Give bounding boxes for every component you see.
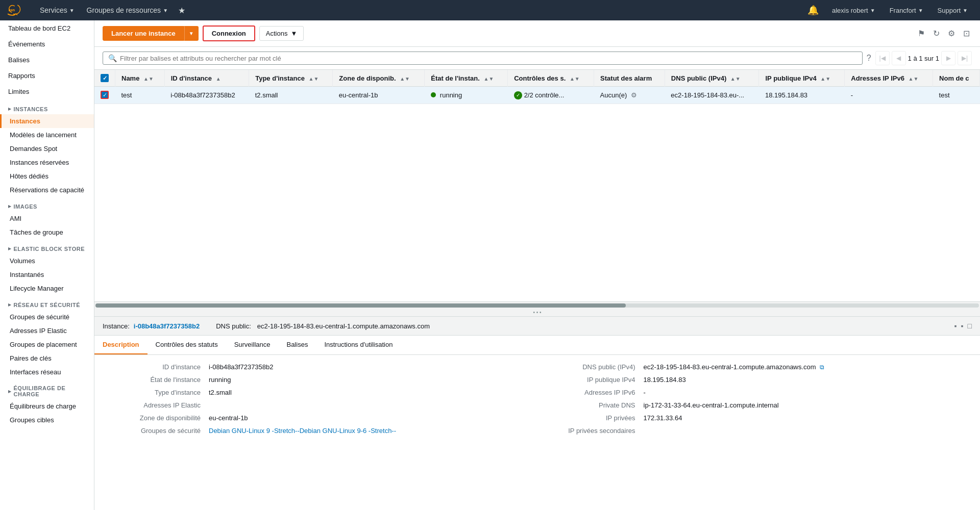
- sidebar-item-tableau-de-bord[interactable]: Tableau de bord EC2: [0, 20, 94, 36]
- row-public-ipv4: 18.195.184.83: [759, 87, 845, 104]
- ipv6-sort-icon: ▲▼: [909, 76, 919, 82]
- row-alarm-status: Aucun(e) ⚙: [594, 87, 665, 104]
- support-menu[interactable]: Support ▼: [932, 0, 974, 20]
- header-status-checks[interactable]: Contrôles des s. ▲▼: [508, 70, 594, 87]
- type-sort-icon: ▲▼: [309, 76, 319, 82]
- header-instance-type[interactable]: Type d'instance ▲▼: [249, 70, 333, 87]
- sidebar-item-ami[interactable]: AMI: [0, 212, 94, 225]
- running-status-dot: [431, 92, 436, 97]
- tab-instructions[interactable]: Instructions d'utilisation: [316, 336, 401, 354]
- sidebar-item-instances-reservees[interactable]: Instances réservées: [0, 156, 94, 169]
- label-public-ipv4: IP publique IPv4: [537, 376, 640, 384]
- sidebar-item-balises[interactable]: Balises: [0, 52, 94, 68]
- sidebar-item-limites[interactable]: Limites: [0, 84, 94, 99]
- main-layout: Tableau de bord EC2 Événements Balises R…: [0, 20, 980, 510]
- horizontal-scrollbar[interactable]: [94, 301, 980, 309]
- header-hostname[interactable]: Nom de c: [933, 70, 980, 87]
- table-row[interactable]: test i-08b48a3f7237358b2 t2.small eu-cen…: [94, 87, 980, 104]
- detail-tabs: Description Contrôles des statuts Survei…: [94, 336, 980, 355]
- sidebar-item-groupes-de-placement[interactable]: Groupes de placement: [0, 338, 94, 351]
- value-secondary-ip: [644, 427, 972, 435]
- page-first-button[interactable]: |◀: [875, 51, 890, 65]
- header-availability-zone[interactable]: Zone de disponib. ▲▼: [333, 70, 425, 87]
- row-instance-state: running: [425, 87, 508, 104]
- row-checkbox-cell[interactable]: [94, 87, 115, 104]
- sidebar-item-modeles-de-lancement[interactable]: Modèles de lancement: [0, 128, 94, 142]
- alarm-settings-icon: ⚙: [631, 91, 637, 99]
- row-name: test: [115, 87, 165, 104]
- status-check-icon: ✓: [514, 91, 522, 99]
- scrollbar-thumb[interactable]: [95, 303, 626, 308]
- header-alarm-status[interactable]: Statut des alarm: [594, 70, 665, 87]
- detail-icon-1[interactable]: ▪: [954, 322, 957, 330]
- refresh-icon[interactable]: ↻: [931, 27, 942, 40]
- notifications-bell[interactable]: 🔔: [802, 5, 824, 16]
- detail-content: ID d'instance i-08b48a3f7237358b2 État d…: [94, 355, 980, 510]
- sidebar-item-taches-de-groupe[interactable]: Tâches de groupe: [0, 225, 94, 239]
- page-prev-button[interactable]: ◀: [892, 51, 906, 65]
- sidebar-item-instances[interactable]: Instances: [0, 114, 94, 128]
- sidebar-item-interfaces-reseau[interactable]: Interfaces réseau: [0, 365, 94, 379]
- header-name[interactable]: Name ▲▼: [115, 70, 165, 87]
- sidebar-item-hotes-dedies[interactable]: Hôtes dédiés: [0, 169, 94, 183]
- pagination-info: 1 à 1 sur 1: [908, 55, 939, 62]
- tab-balises[interactable]: Balises: [278, 336, 316, 354]
- actions-button[interactable]: Actions ▼: [259, 26, 304, 41]
- settings-icon[interactable]: ⚙: [946, 27, 957, 40]
- header-public-ipv4[interactable]: IP publique IPv4 ▲▼: [759, 70, 845, 87]
- launch-instance-button[interactable]: Lancer une instance: [103, 26, 184, 41]
- header-dns-public[interactable]: DNS public (IPv4) ▲▼: [665, 70, 759, 87]
- header-checkbox-col[interactable]: [94, 70, 115, 87]
- search-input[interactable]: [120, 55, 857, 62]
- sidebar-item-evenements[interactable]: Événements: [0, 36, 94, 52]
- connect-button[interactable]: Connexion: [203, 26, 255, 41]
- row-checkbox[interactable]: [101, 91, 109, 99]
- favorites-star[interactable]: ★: [174, 6, 189, 15]
- detail-icon-2[interactable]: ▪: [961, 322, 964, 330]
- value-private-dns: ip-172-31-33-64.eu-central-1.compute.int…: [644, 401, 972, 409]
- search-help-icon[interactable]: ?: [867, 54, 871, 63]
- detail-row-state: État de l'instance running: [103, 376, 537, 384]
- launch-instance-caret[interactable]: ▼: [184, 26, 199, 41]
- sidebar-item-volumes[interactable]: Volumes: [0, 254, 94, 268]
- sidebar-item-paires-de-cles[interactable]: Paires de clés: [0, 351, 94, 365]
- sidebar-item-reservations-de-capacite[interactable]: Réservations de capacité: [0, 183, 94, 197]
- label-ipv6-right: Adresses IP IPv6: [537, 389, 640, 396]
- sidebar-item-groupes-cibles[interactable]: Groupes cibles: [0, 413, 94, 427]
- page-last-button[interactable]: ▶|: [958, 51, 972, 65]
- sidebar-item-adresses-ip-elastic[interactable]: Adresses IP Elastic: [0, 324, 94, 338]
- user-menu[interactable]: alexis robert ▼: [826, 0, 881, 20]
- select-all-checkbox[interactable]: [101, 74, 109, 82]
- header-instance-state[interactable]: État de l'instan. ▲▼: [425, 70, 508, 87]
- aws-logo[interactable]: aws: [6, 3, 26, 17]
- sidebar-item-instantanes[interactable]: Instantanés: [0, 268, 94, 282]
- panel-resize-handle[interactable]: • • •: [94, 309, 980, 316]
- sidebar-item-groupes-de-securite[interactable]: Groupes de sécurité: [0, 310, 94, 324]
- value-security[interactable]: Debian GNU-Linux 9 -Stretch--Debian GNU-…: [209, 427, 537, 435]
- id-sort-icon: ▲: [216, 76, 221, 82]
- tab-description[interactable]: Description: [94, 336, 148, 354]
- header-instance-id[interactable]: ID d'instance ▲: [164, 70, 249, 87]
- sidebar-item-rapports[interactable]: Rapports: [0, 68, 94, 84]
- page-next-button[interactable]: ▶: [941, 51, 955, 65]
- state-sort-icon: ▲▼: [484, 76, 494, 82]
- alert-icon[interactable]: ⚑: [916, 27, 927, 40]
- resource-groups-menu[interactable]: Groupes de ressources ▼: [81, 0, 174, 20]
- instances-table-container: Name ▲▼ ID d'instance ▲ Type d'instance …: [94, 70, 980, 301]
- sidebar-item-lifecycle-manager[interactable]: Lifecycle Manager: [0, 282, 94, 295]
- header-ipv6[interactable]: Adresses IP IPv6 ▲▼: [845, 70, 933, 87]
- fullscreen-icon[interactable]: ⊡: [961, 27, 972, 40]
- detail-icon-3[interactable]: □: [968, 322, 972, 330]
- scrollbar-track[interactable]: [95, 303, 979, 308]
- tab-surveillance[interactable]: Surveillance: [226, 336, 279, 354]
- sidebar-item-equilibreurs-de-charge[interactable]: Équilibreurs de charge: [0, 399, 94, 413]
- tab-controles-des-statuts[interactable]: Contrôles des statuts: [148, 336, 226, 354]
- detail-instance-id-link[interactable]: i-08b48a3f7237358b2: [134, 322, 200, 330]
- detail-instance-label: Instance:: [103, 322, 130, 330]
- services-menu[interactable]: Services ▼: [34, 0, 81, 20]
- detail-row-security: Groupes de sécurité Debian GNU-Linux 9 -…: [103, 427, 537, 435]
- region-menu[interactable]: Francfort ▼: [884, 0, 929, 20]
- sidebar-item-demandes-spot[interactable]: Demandes Spot: [0, 142, 94, 156]
- copy-dns-icon[interactable]: ⧉: [820, 364, 824, 371]
- dns-sort-icon: ▲▼: [730, 76, 741, 82]
